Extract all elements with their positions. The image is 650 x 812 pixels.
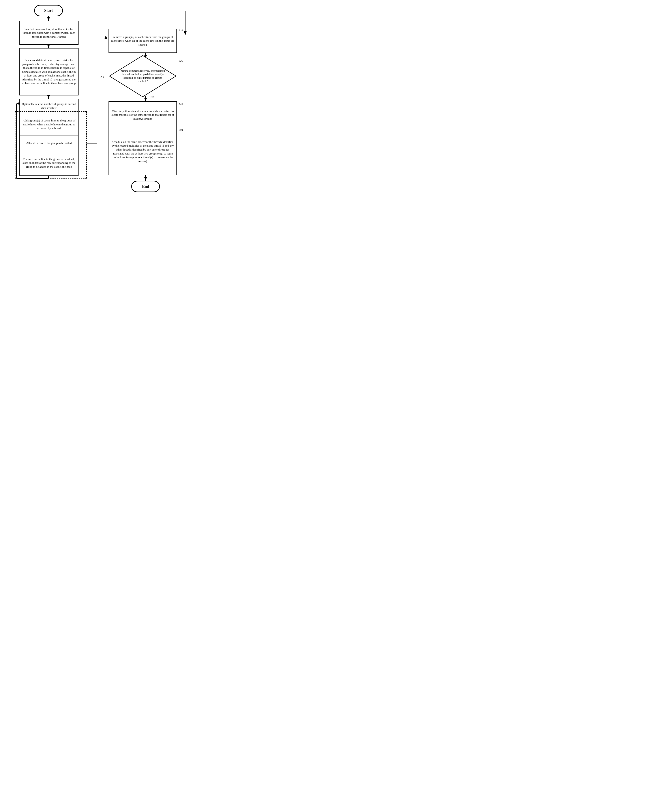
start-label: Start: [44, 8, 53, 13]
flowchart-diagram: Start 310 In a first data structure, sto…: [0, 0, 199, 247]
box312-text: In a second data structure, store entrie…: [21, 58, 76, 85]
box-316: Add a group(s) of cache lines to the gro…: [20, 113, 78, 136]
box-316b: For each cache line in the group to be a…: [20, 150, 78, 176]
box314-text: Optionally, restrict number of groups in…: [21, 102, 76, 110]
diamond320-text: Mining command received, or predefined i…: [118, 68, 167, 84]
end-node: End: [131, 181, 160, 192]
box-310: In a first data structure, store thread …: [20, 21, 78, 45]
box324-text: Schedule on the same processor the threa…: [111, 140, 175, 163]
label-324: 324: [179, 128, 183, 132]
box322-text: Mine for patterns in entries in second d…: [111, 109, 175, 121]
box-312: In a second data structure, store entrie…: [20, 48, 78, 95]
start-node: Start: [34, 5, 63, 16]
yes-label: Yes: [150, 95, 154, 98]
end-label: End: [142, 184, 149, 189]
box318-text: Remove a group(s) of cache lines from th…: [111, 35, 175, 47]
label-320: 320: [179, 59, 183, 63]
box-318: Remove a group(s) of cache lines from th…: [109, 29, 177, 53]
box316-text: Add a group(s) of cache lines to the gro…: [21, 119, 76, 130]
box-324: Schedule on the same processor the threa…: [109, 128, 177, 175]
box-314: Optionally, restrict number of groups in…: [20, 99, 78, 113]
diamond-320: Mining command received, or predefined i…: [109, 55, 177, 98]
box-322: Mine for patterns in entries in second d…: [109, 101, 177, 128]
box316b-text: For each cache line in the group to be a…: [21, 157, 76, 169]
no-label: No: [101, 75, 104, 78]
box-316a: Allocate a row to the group to be added: [20, 136, 78, 150]
box316a-text: Allocate a row to the group to be added: [26, 141, 72, 145]
label-322: 322: [179, 102, 183, 105]
box310-text: In a first data structure, store thread …: [21, 27, 76, 39]
label-318: 318: [179, 29, 183, 32]
